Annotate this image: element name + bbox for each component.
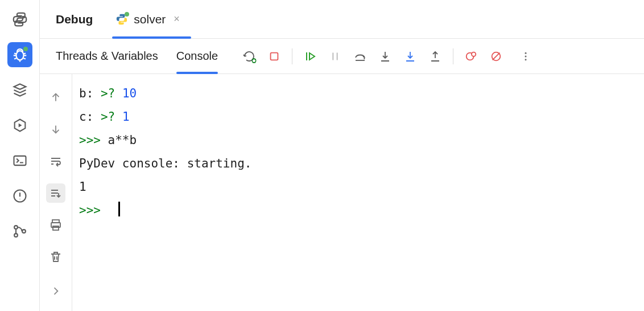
- svg-point-4: [14, 226, 18, 229]
- console-line: >>> a**b: [79, 129, 637, 152]
- console-line: 1: [79, 175, 637, 199]
- subtab-label: Threads & Variables: [56, 50, 158, 63]
- python-console-icon[interactable]: [7, 7, 32, 32]
- svg-rect-2: [14, 156, 26, 165]
- close-icon[interactable]: ×: [174, 13, 180, 25]
- console-output[interactable]: b: >? 10 c: >? 1 >>> a**b PyDev console:…: [72, 74, 644, 311]
- scroll-down-icon[interactable]: [46, 120, 65, 139]
- subtab-threads-variables[interactable]: Threads & Variables: [56, 39, 158, 73]
- svg-rect-18: [53, 226, 59, 230]
- step-out-icon[interactable]: [428, 49, 443, 64]
- step-over-icon[interactable]: [353, 49, 368, 64]
- console-line: c: >? 1: [79, 105, 637, 129]
- svg-point-7: [125, 12, 129, 17]
- svg-point-13: [525, 52, 527, 54]
- svg-point-5: [14, 234, 18, 237]
- svg-point-0: [16, 51, 23, 60]
- scroll-to-end-icon[interactable]: [46, 183, 65, 203]
- svg-point-14: [525, 55, 527, 57]
- subtabs-row: Threads & Variables Console: [40, 39, 644, 74]
- svg-point-15: [525, 59, 527, 60]
- debug-toolbar: [242, 48, 533, 64]
- svg-rect-9: [271, 52, 278, 60]
- pause-icon[interactable]: [328, 49, 342, 64]
- subtab-label: Console: [176, 50, 218, 63]
- tab-label: Debug: [56, 13, 93, 26]
- console-prompt-line[interactable]: >>>: [79, 199, 637, 222]
- main-area: Debug solver × Threads & Variables Conso…: [40, 0, 644, 311]
- scroll-up-icon[interactable]: [46, 88, 65, 107]
- soft-wrap-icon[interactable]: [46, 152, 65, 171]
- caret-icon: [118, 202, 120, 216]
- console-body: b: >? 10 c: >? 1 >>> a**b PyDev console:…: [40, 74, 644, 311]
- console-line: PyDev console: starting.: [79, 152, 637, 175]
- tabs-row: Debug solver ×: [40, 0, 644, 39]
- svg-point-1: [23, 47, 28, 51]
- step-into-icon[interactable]: [378, 49, 393, 64]
- mute-breakpoints-icon[interactable]: [489, 49, 503, 64]
- vcs-icon[interactable]: [7, 219, 32, 244]
- step-into-my-code-icon[interactable]: [403, 49, 418, 64]
- console-line: b: >? 10: [79, 82, 637, 105]
- clear-icon[interactable]: [46, 247, 65, 267]
- view-breakpoints-icon[interactable]: [464, 49, 478, 64]
- subtab-console[interactable]: Console: [176, 39, 218, 73]
- run-icon[interactable]: [7, 113, 32, 138]
- problems-icon[interactable]: [7, 183, 32, 208]
- terminal-icon[interactable]: [7, 148, 32, 173]
- debug-icon[interactable]: [7, 42, 32, 67]
- svg-point-6: [22, 230, 26, 233]
- left-tool-rail: [0, 0, 40, 311]
- more-icon[interactable]: [518, 49, 533, 64]
- stop-icon[interactable]: [267, 49, 282, 64]
- rerun-icon[interactable]: [242, 49, 257, 64]
- tab-label: solver: [134, 13, 166, 26]
- stack-icon[interactable]: [7, 77, 32, 103]
- tab-debug[interactable]: Debug: [56, 0, 93, 38]
- console-gutter: [40, 74, 72, 311]
- python-file-icon: [115, 13, 128, 26]
- chevron-right-icon[interactable]: [46, 281, 65, 301]
- resume-icon[interactable]: [303, 49, 317, 64]
- tab-solver[interactable]: solver ×: [115, 0, 180, 38]
- print-icon[interactable]: [46, 215, 65, 235]
- svg-point-11: [472, 52, 476, 56]
